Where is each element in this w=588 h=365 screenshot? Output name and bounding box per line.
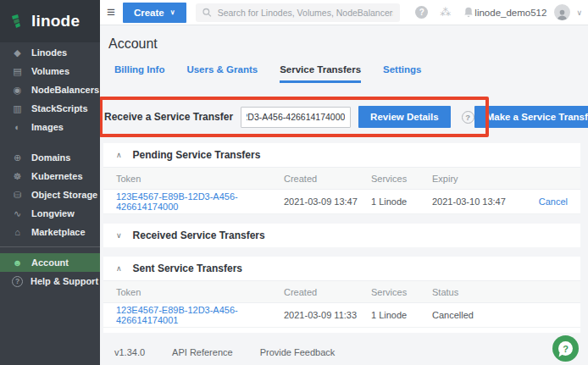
- tab-settings[interactable]: Settings: [383, 64, 421, 83]
- linode-logo-icon: [9, 13, 26, 30]
- services-cell: 1 Linode: [371, 196, 432, 207]
- linode-logo[interactable]: linode: [0, 0, 100, 42]
- column-token: Token: [103, 287, 284, 297]
- column-expiry: Expiry: [432, 174, 535, 184]
- tab-bar: Billing Info Users & Grants Service Tran…: [114, 64, 588, 83]
- column-created: Created: [284, 287, 371, 297]
- tab-users-grants[interactable]: Users & Grants: [186, 64, 258, 83]
- sidebar-item-marketplace[interactable]: ⌂ Marketplace: [0, 223, 100, 241]
- section-title: Pending Service Transfers: [133, 149, 261, 161]
- help-fab-button[interactable]: ?: [552, 335, 579, 362]
- chevron-up-icon: ∧: [116, 151, 122, 159]
- create-button[interactable]: Create ∨: [123, 3, 186, 23]
- sent-transfers-header[interactable]: ∧ Sent Service Transfers: [103, 257, 580, 280]
- search-bar[interactable]: [196, 3, 401, 22]
- sidebar-item-account[interactable]: ☻ Account: [0, 253, 100, 272]
- help-circle-icon: ?: [12, 276, 23, 287]
- receive-transfer-label: Receive a Service Transfer: [104, 111, 233, 123]
- notifications-bell-icon[interactable]: [463, 6, 474, 19]
- account-icon: ☻: [11, 257, 24, 269]
- object-storage-icon: ⛁: [11, 189, 24, 202]
- sidebar-item-domains[interactable]: ⊕ Domains: [0, 148, 100, 167]
- sidebar-item-longview[interactable]: ∿ Longview: [0, 204, 100, 223]
- search-icon: [202, 8, 212, 18]
- nav-group-gap: [0, 136, 100, 148]
- search-input[interactable]: [218, 8, 394, 18]
- sidebar-item-linodes[interactable]: ◆ Linodes: [0, 43, 100, 62]
- expiry-cell: 2021-03-10 13:47: [432, 196, 535, 207]
- sidebar-item-help-support[interactable]: ? Help & Support: [0, 272, 100, 290]
- transfer-sections: ∧ Pending Service Transfers Token Create…: [103, 143, 580, 333]
- receive-transfer-group: Receive a Service Transfer Review Detail…: [104, 106, 474, 128]
- linodes-icon: ◆: [11, 47, 24, 59]
- section-title: Received Service Transfers: [133, 230, 265, 241]
- hamburger-menu-icon[interactable]: ≡: [107, 5, 115, 19]
- avatar: [554, 4, 570, 20]
- receive-help-icon[interactable]: ?: [462, 111, 474, 124]
- column-services: Services: [371, 287, 432, 297]
- kubernetes-icon: ☸: [11, 170, 24, 183]
- footer: v1.34.0 API Reference Provide Feedback: [114, 347, 588, 357]
- make-service-transfer-button[interactable]: Make a Service Transfer: [474, 106, 588, 128]
- sidebar-item-stackscripts[interactable]: ▥ StackScripts: [0, 99, 100, 118]
- main-content: Account Billing Info Users & Grants Serv…: [100, 25, 588, 365]
- domains-icon: ⊕: [11, 152, 24, 164]
- chevron-up-icon: ∧: [116, 264, 122, 273]
- linode-cloud-manager: linode ◆ Linodes ▤ Volumes ◉ NodeBalance…: [0, 0, 588, 365]
- cancel-link[interactable]: Cancel: [535, 196, 580, 207]
- tab-service-transfers[interactable]: Service Transfers: [280, 64, 361, 83]
- received-transfers-header[interactable]: ∨ Received Service Transfers: [103, 224, 580, 247]
- section-title: Sent Service Transfers: [133, 263, 242, 274]
- pending-table-row: 123E4567-E89B-12D3-A456-426614174000 202…: [103, 190, 580, 214]
- sidebar-item-object-storage[interactable]: ⛁ Object Storage: [0, 185, 100, 204]
- sidebar: linode ◆ Linodes ▤ Volumes ◉ NodeBalance…: [0, 0, 100, 365]
- sidebar-item-volumes[interactable]: ▤ Volumes: [0, 62, 100, 80]
- provide-feedback-link[interactable]: Provide Feedback: [260, 347, 336, 357]
- received-transfers-card: ∨ Received Service Transfers: [103, 224, 580, 247]
- column-created: Created: [284, 174, 371, 184]
- username: linode_demo512: [474, 8, 546, 18]
- review-details-button[interactable]: Review Details: [358, 106, 451, 128]
- sent-table-header: Token Created Services Status: [103, 280, 580, 303]
- tab-billing-info[interactable]: Billing Info: [114, 64, 164, 83]
- api-reference-link[interactable]: API Reference: [172, 347, 233, 357]
- app-version: v1.34.0: [114, 347, 145, 357]
- pending-table-header: Token Created Services Expiry: [103, 167, 580, 190]
- created-cell: 2021-03-09 11:33: [284, 310, 371, 320]
- chevron-down-icon: ∨: [116, 231, 122, 240]
- receive-transfer-input[interactable]: [241, 107, 351, 128]
- chevron-down-icon: ∨: [576, 8, 582, 17]
- topbar: ≡ Create ∨ ? ⁂ linode_demo512: [100, 0, 588, 25]
- nav-divider: [0, 246, 100, 247]
- topbar-icons: ? ⁂: [415, 6, 474, 19]
- sidebar-nav: ◆ Linodes ▤ Volumes ◉ NodeBalancers ▥ St…: [0, 42, 100, 290]
- status-cell: Cancelled: [432, 310, 580, 320]
- sidebar-item-kubernetes[interactable]: ☸ Kubernetes: [0, 167, 100, 185]
- images-icon: ◐: [11, 121, 24, 134]
- token-link[interactable]: 123E4567-E89B-12D3-A456-426614174001: [103, 305, 284, 325]
- services-cell: 1 Linode: [371, 310, 432, 320]
- stackscripts-icon: ▥: [11, 102, 24, 115]
- longview-icon: ∿: [11, 207, 24, 220]
- chevron-down-icon: ∨: [170, 8, 175, 16]
- sidebar-item-images[interactable]: ◐ Images: [0, 118, 100, 136]
- marketplace-icon: ⌂: [11, 226, 24, 239]
- column-services: Services: [371, 174, 432, 184]
- sent-transfers-card: ∧ Sent Service Transfers Token Created S…: [103, 257, 580, 333]
- profile-menu[interactable]: linode_demo512 ∨: [474, 4, 582, 20]
- token-link[interactable]: 123E4567-E89B-12D3-A456-426614174000: [103, 191, 284, 212]
- sent-table-row: 123E4567-E89B-12D3-A456-426614174001 202…: [103, 303, 580, 328]
- pending-transfers-header[interactable]: ∧ Pending Service Transfers: [103, 143, 580, 167]
- sidebar-item-nodebalancers[interactable]: ◉ NodeBalancers: [0, 80, 100, 99]
- page-title: Account: [108, 36, 588, 52]
- help-icon[interactable]: ?: [415, 6, 428, 19]
- card-padding: [103, 328, 580, 333]
- created-cell: 2021-03-09 13:47: [284, 196, 371, 207]
- column-token: Token: [103, 174, 284, 184]
- volumes-icon: ▤: [11, 65, 24, 78]
- community-icon[interactable]: ⁂: [440, 7, 451, 18]
- column-status: Status: [432, 287, 580, 297]
- pending-transfers-card: ∧ Pending Service Transfers Token Create…: [103, 143, 580, 214]
- logo-text: linode: [31, 12, 80, 30]
- nodebalancers-icon: ◉: [11, 84, 24, 97]
